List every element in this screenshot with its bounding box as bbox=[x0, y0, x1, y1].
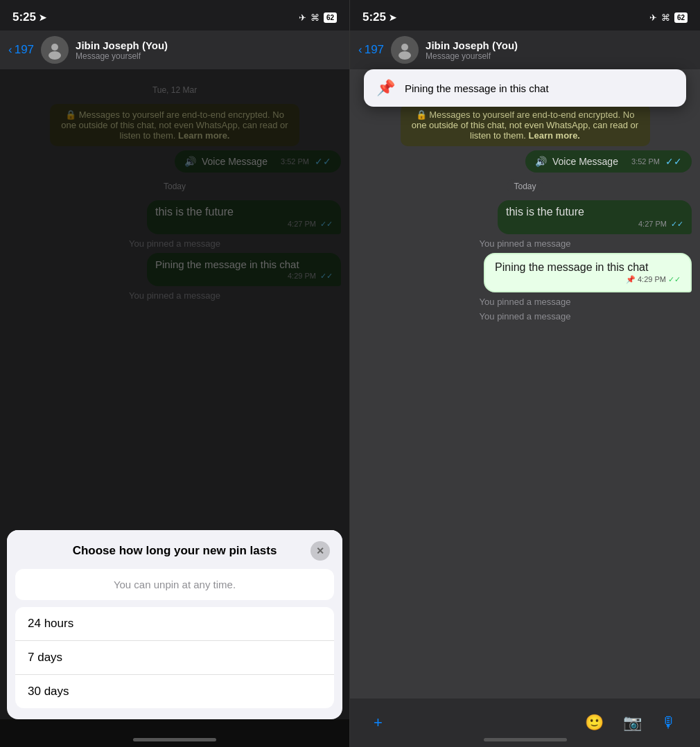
location-icon: ➤ bbox=[39, 12, 46, 23]
right-pining-ticks: ✓✓ bbox=[668, 275, 681, 283]
right-time-text: 5:25 bbox=[362, 10, 386, 24]
option-24hours[interactable]: 24 hours bbox=[15, 607, 334, 641]
left-contact-sub: Message yourself bbox=[76, 51, 341, 61]
right-status-icons: ✈︎ ⌘ 62 bbox=[649, 12, 688, 23]
right-voice-time: 3:52 PM bbox=[631, 157, 660, 166]
right-contact-name: Jibin Joseph (You) bbox=[426, 39, 692, 51]
modal-options-list: 24 hours 7 days 30 days bbox=[15, 607, 334, 708]
right-phone-panel: 5:25 ➤ ✈︎ ⌘ 62 ‹ 197 Jibin Josep bbox=[350, 0, 700, 747]
right-pining-time: 4:29 PM bbox=[638, 275, 666, 283]
left-contact-name: Jibin Joseph (You) bbox=[76, 39, 341, 51]
camera-button[interactable]: 📷 bbox=[613, 714, 651, 732]
right-wifi-icon: ⌘ bbox=[661, 12, 670, 23]
right-encrypted-msg: 🔒 Messages to yourself are end-to-end en… bbox=[401, 104, 650, 146]
right-status-bar: 5:25 ➤ ✈︎ ⌘ 62 bbox=[350, 0, 700, 30]
right-pin-notif-1: You pinned a message bbox=[358, 238, 692, 249]
modal-title-bar: Choose how long your new pin lasts ✕ bbox=[7, 530, 342, 569]
modal-close-button[interactable]: ✕ bbox=[310, 541, 330, 561]
modal-title: Choose how long your new pin lasts bbox=[39, 544, 310, 558]
right-home-bar bbox=[484, 738, 567, 741]
right-voice-bubble: 🔊 Voice Message 3:52 PM ✓✓ bbox=[525, 150, 692, 173]
plus-button[interactable]: + bbox=[364, 714, 392, 732]
left-status-bar: 5:25 ➤ ✈︎ ⌘ 62 bbox=[0, 0, 349, 30]
left-chat-header: ‹ 197 Jibin Joseph (You) Message yoursel… bbox=[0, 30, 349, 69]
right-avatar bbox=[391, 36, 419, 64]
mic-button[interactable]: 🎙 bbox=[651, 714, 686, 732]
right-location-icon: ➤ bbox=[389, 12, 396, 23]
right-chevron-left-icon: ‹ bbox=[358, 43, 362, 57]
right-back-count: 197 bbox=[365, 43, 384, 57]
signal-icon: ✈︎ bbox=[299, 12, 306, 23]
modal-subtitle: You can unpin at any time. bbox=[15, 569, 334, 600]
left-avatar bbox=[41, 36, 69, 64]
right-date-label-2: Today bbox=[507, 179, 543, 193]
right-time: 5:25 ➤ bbox=[362, 10, 396, 24]
svg-point-0 bbox=[51, 44, 58, 51]
back-count: 197 bbox=[15, 43, 34, 57]
time-text: 5:25 bbox=[12, 10, 36, 24]
pin-duration-modal: Choose how long your new pin lasts ✕ You… bbox=[7, 530, 342, 719]
left-phone-panel: 5:25 ➤ ✈︎ ⌘ 62 ‹ 197 Jibin Josep bbox=[0, 0, 350, 747]
left-status-icons: ✈︎ ⌘ 62 bbox=[299, 12, 337, 23]
right-future-meta: 4:27 PM ✓✓ bbox=[506, 220, 683, 229]
emoji-button[interactable]: 🙂 bbox=[575, 714, 613, 732]
pining-banner: 📌 Pining the message in this chat bbox=[364, 69, 686, 107]
right-pining-msg-text: Pining the message in this chat bbox=[495, 261, 681, 274]
right-play-icon: 🔊 bbox=[535, 156, 547, 167]
svg-point-3 bbox=[399, 51, 411, 60]
right-future-time: 4:27 PM bbox=[638, 220, 667, 228]
right-chat-body: Tue, 12 Mar 🔒 Messages to yourself are e… bbox=[350, 69, 700, 698]
right-date-sep-2: Today bbox=[358, 179, 692, 193]
svg-point-2 bbox=[401, 44, 408, 51]
right-battery-indicator: 62 bbox=[674, 12, 688, 23]
option-7days[interactable]: 7 days bbox=[15, 641, 334, 675]
svg-point-1 bbox=[49, 51, 61, 60]
right-pin-notif-3: You pinned a message bbox=[358, 311, 692, 322]
right-voice-msg-text: Voice Message bbox=[552, 156, 618, 167]
chevron-left-icon: ‹ bbox=[8, 43, 12, 57]
right-pin-notif-2: You pinned a message bbox=[358, 297, 692, 307]
right-contact-sub: Message yourself bbox=[426, 51, 692, 61]
right-signal-icon: ✈︎ bbox=[649, 12, 657, 23]
option-30days[interactable]: 30 days bbox=[15, 675, 334, 708]
pin-marker-icon: 📌 bbox=[626, 275, 636, 283]
left-back-button[interactable]: ‹ 197 bbox=[8, 43, 34, 57]
pining-banner-text: Pining the message in this chat bbox=[405, 82, 549, 94]
right-double-tick: ✓✓ bbox=[665, 156, 682, 167]
right-pining-highlight-bubble: Pining the message in this chat 📌 4:29 P… bbox=[484, 253, 692, 292]
right-back-button[interactable]: ‹ 197 bbox=[358, 43, 384, 57]
right-learn-more[interactable]: Learn more. bbox=[529, 130, 580, 141]
right-encrypted-text: Messages to yourself are end-to-end encr… bbox=[412, 109, 638, 141]
left-home-bar bbox=[133, 738, 216, 741]
battery-indicator: 62 bbox=[324, 12, 337, 23]
right-chat-header: ‹ 197 Jibin Joseph (You) Message yoursel… bbox=[350, 30, 700, 69]
right-future-msg-text: this is the future bbox=[506, 206, 683, 218]
left-header-info: Jibin Joseph (You) Message yourself bbox=[76, 39, 341, 61]
wifi-icon: ⌘ bbox=[310, 12, 320, 23]
right-pining-meta: 📌 4:29 PM ✓✓ bbox=[495, 275, 681, 284]
right-ticks-icon: ✓✓ bbox=[671, 220, 683, 228]
right-header-info: Jibin Joseph (You) Message yourself bbox=[426, 39, 692, 61]
pin-banner-icon: 📌 bbox=[376, 79, 395, 97]
right-future-bubble: this is the future 4:27 PM ✓✓ bbox=[498, 200, 692, 234]
left-time: 5:25 ➤ bbox=[12, 10, 46, 24]
